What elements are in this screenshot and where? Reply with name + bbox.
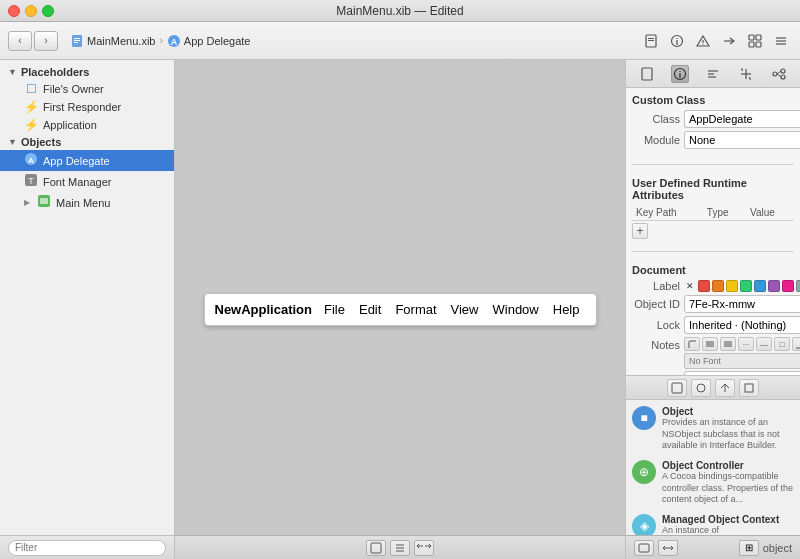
notes-icon-row: ··· — □ bbox=[684, 337, 800, 351]
status-btn-1[interactable] bbox=[634, 540, 654, 556]
font-input[interactable] bbox=[684, 353, 800, 369]
sidebar-filter-input[interactable] bbox=[8, 540, 166, 556]
sidebar-item-font-manager[interactable]: T Font Manager bbox=[0, 171, 174, 192]
menu-item-format[interactable]: Format bbox=[389, 300, 442, 319]
toolbar-icon-5[interactable] bbox=[744, 30, 766, 52]
swatch-purple[interactable] bbox=[768, 280, 780, 292]
notes-bold-btn[interactable] bbox=[684, 337, 700, 351]
swatch-pink[interactable] bbox=[782, 280, 794, 292]
lib-controller-title: Object Controller bbox=[662, 460, 794, 471]
notes-grid-btn-2[interactable] bbox=[720, 337, 736, 351]
module-row: Module ▼ bbox=[632, 131, 794, 149]
lib-btn-1[interactable] bbox=[667, 379, 687, 397]
svg-line-47 bbox=[777, 71, 781, 74]
notes-grid-btn-1[interactable] bbox=[702, 337, 718, 351]
user-defined-section: User Defined Runtime Attributes Key Path… bbox=[632, 177, 794, 239]
breadcrumb-item[interactable]: A App Delegate bbox=[167, 34, 251, 48]
sidebar-item-application[interactable]: ⚡ Application bbox=[0, 116, 174, 134]
svg-rect-49 bbox=[689, 341, 696, 348]
toolbar-icon-3[interactable] bbox=[692, 30, 714, 52]
minimize-button[interactable] bbox=[25, 5, 37, 17]
notes-box-btn[interactable]: □ bbox=[774, 337, 790, 351]
swatch-blue[interactable] bbox=[754, 280, 766, 292]
toolbar-icon-6[interactable] bbox=[770, 30, 792, 52]
canvas-btn-2[interactable] bbox=[390, 540, 410, 556]
svg-rect-56 bbox=[672, 383, 682, 393]
close-button[interactable] bbox=[8, 5, 20, 17]
lib-controller-text: Object Controller A Cocoa bindings-compa… bbox=[662, 460, 794, 506]
rp-tab-identity[interactable]: i bbox=[671, 65, 689, 83]
sidebar-item-first-responder[interactable]: ⚡ First Responder bbox=[0, 98, 174, 116]
back-button[interactable]: ‹ bbox=[8, 31, 32, 51]
library-item-controller[interactable]: ⊕ Object Controller A Cocoa bindings-com… bbox=[630, 458, 796, 508]
toolbar-icon-2[interactable]: i bbox=[666, 30, 688, 52]
divider-2 bbox=[632, 251, 794, 252]
svg-text:A: A bbox=[171, 37, 178, 47]
class-input-group: ▼ bbox=[684, 110, 800, 128]
font-manager-icon: T bbox=[24, 173, 38, 190]
sidebar-item-files-owner[interactable]: ☐ File's Owner bbox=[0, 80, 174, 98]
canvas-btn-1[interactable] bbox=[366, 540, 386, 556]
menu-item-help[interactable]: Help bbox=[547, 300, 586, 319]
toolbar-icon-4[interactable] bbox=[718, 30, 740, 52]
swatch-orange[interactable] bbox=[712, 280, 724, 292]
library-item-object[interactable]: ■ Object Provides an instance of an NSOb… bbox=[630, 404, 796, 454]
menu-item-file[interactable]: File bbox=[318, 300, 351, 319]
lock-input-group: ▼ bbox=[684, 316, 800, 334]
lib-controller-icon: ⊕ bbox=[632, 460, 656, 484]
add-attribute-button[interactable]: + bbox=[632, 223, 648, 239]
rp-tab-size[interactable] bbox=[737, 65, 755, 83]
svg-rect-30 bbox=[371, 543, 381, 553]
notes-resize-btn[interactable] bbox=[792, 337, 800, 351]
sidebar-section-placeholders[interactable]: ▼ Placeholders bbox=[0, 64, 174, 80]
breadcrumb-sep-1: › bbox=[159, 35, 162, 46]
sidebar: ▼ Placeholders ☐ File's Owner ⚡ First Re… bbox=[0, 60, 175, 559]
breadcrumb-item-label: App Delegate bbox=[184, 35, 251, 47]
lock-input[interactable] bbox=[684, 316, 800, 334]
toolbar-icon-1[interactable] bbox=[640, 30, 662, 52]
file-icon bbox=[70, 34, 84, 48]
swatch-red[interactable] bbox=[698, 280, 710, 292]
menu-item-edit[interactable]: Edit bbox=[353, 300, 387, 319]
sidebar-item-app-delegate[interactable]: A App Delegate bbox=[0, 150, 174, 171]
swatch-yellow[interactable] bbox=[726, 280, 738, 292]
rp-tab-connections[interactable] bbox=[770, 65, 788, 83]
sidebar-item-main-menu[interactable]: ▶ Main Menu bbox=[0, 192, 174, 213]
canvas-btn-3[interactable] bbox=[414, 540, 434, 556]
svg-rect-8 bbox=[648, 40, 654, 41]
window-controls[interactable] bbox=[8, 5, 54, 17]
notes-grid-btn-3[interactable]: ··· bbox=[738, 337, 754, 351]
files-owner-label: File's Owner bbox=[43, 83, 104, 95]
swatch-green[interactable] bbox=[740, 280, 752, 292]
main-menu-label: Main Menu bbox=[56, 197, 110, 209]
notes-dash-btn[interactable]: — bbox=[756, 337, 772, 351]
canvas-area[interactable]: NewApplication File Edit Format View Win… bbox=[175, 60, 625, 559]
rp-attributes-icon bbox=[706, 67, 720, 81]
maximize-button[interactable] bbox=[42, 5, 54, 17]
right-panel: i bbox=[625, 60, 800, 559]
library-item-managed[interactable]: ◈ Managed Object Context An instance of … bbox=[630, 512, 796, 535]
rp-tab-file[interactable] bbox=[638, 65, 656, 83]
menu-item-window[interactable]: Window bbox=[487, 300, 545, 319]
placeholders-label: Placeholders bbox=[21, 66, 89, 78]
breadcrumb-file[interactable]: MainMenu.xib bbox=[70, 34, 155, 48]
rp-tab-attributes[interactable] bbox=[704, 65, 722, 83]
menu-item-view[interactable]: View bbox=[445, 300, 485, 319]
sidebar-section-objects[interactable]: ▼ Objects bbox=[0, 134, 174, 150]
notes-row: Notes ··· bbox=[632, 337, 794, 375]
object-id-input[interactable] bbox=[684, 295, 800, 313]
lib-object-icon: ■ bbox=[632, 406, 656, 430]
status-btn-2[interactable] bbox=[658, 540, 678, 556]
swatch-gray[interactable] bbox=[796, 280, 800, 292]
lib-circle-icon bbox=[695, 382, 707, 394]
svg-text:A: A bbox=[28, 156, 34, 165]
lib-btn-2[interactable] bbox=[691, 379, 711, 397]
module-input[interactable] bbox=[684, 131, 800, 149]
lib-btn-4[interactable] bbox=[739, 379, 759, 397]
forward-button[interactable]: › bbox=[34, 31, 58, 51]
lib-btn-3[interactable] bbox=[715, 379, 735, 397]
label-x-btn[interactable]: ✕ bbox=[684, 280, 696, 292]
grid-icon bbox=[748, 34, 762, 48]
class-input[interactable] bbox=[684, 110, 800, 128]
status-grid-btn[interactable]: ⊞ bbox=[739, 540, 759, 556]
